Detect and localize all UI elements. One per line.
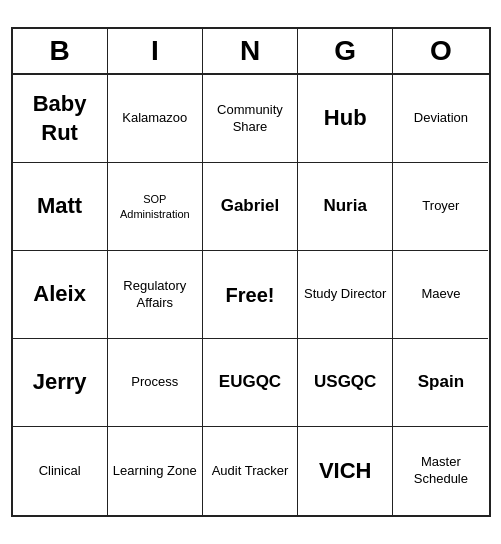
bingo-cell-19: Spain — [393, 339, 488, 427]
bingo-cell-23: VICH — [298, 427, 393, 515]
cell-text-14: Maeve — [421, 286, 460, 303]
bingo-cell-10: Aleix — [13, 251, 108, 339]
bingo-cell-9: Troyer — [393, 163, 488, 251]
cell-text-5: Matt — [37, 192, 82, 221]
bingo-cell-11: Regulatory Affairs — [108, 251, 203, 339]
cell-text-3: Hub — [324, 104, 367, 133]
cell-text-1: Kalamazoo — [122, 110, 187, 127]
bingo-cell-5: Matt — [13, 163, 108, 251]
cell-text-6: SOP Administration — [112, 192, 198, 221]
header-letter-o: O — [393, 29, 488, 73]
bingo-header: BINGO — [13, 29, 489, 75]
cell-text-15: Jerry — [33, 368, 87, 397]
cell-text-21: Learning Zone — [113, 463, 197, 480]
bingo-cell-13: Study Director — [298, 251, 393, 339]
bingo-cell-4: Deviation — [393, 75, 488, 163]
header-letter-b: B — [13, 29, 108, 73]
bingo-cell-16: Process — [108, 339, 203, 427]
cell-text-17: EUGQC — [219, 371, 281, 393]
bingo-cell-6: SOP Administration — [108, 163, 203, 251]
bingo-cell-24: Master Schedule — [393, 427, 488, 515]
bingo-cell-20: Clinical — [13, 427, 108, 515]
cell-text-13: Study Director — [304, 286, 386, 303]
cell-text-2: Community Share — [207, 102, 293, 136]
cell-text-19: Spain — [418, 371, 464, 393]
cell-text-18: USGQC — [314, 371, 376, 393]
bingo-cell-15: Jerry — [13, 339, 108, 427]
header-letter-n: N — [203, 29, 298, 73]
cell-text-20: Clinical — [39, 463, 81, 480]
cell-text-23: VICH — [319, 457, 372, 486]
bingo-cell-17: EUGQC — [203, 339, 298, 427]
cell-text-9: Troyer — [422, 198, 459, 215]
header-letter-g: G — [298, 29, 393, 73]
cell-text-0: Baby Rut — [17, 90, 103, 147]
cell-text-16: Process — [131, 374, 178, 391]
bingo-cell-22: Audit Tracker — [203, 427, 298, 515]
bingo-cell-21: Learning Zone — [108, 427, 203, 515]
bingo-cell-3: Hub — [298, 75, 393, 163]
bingo-cell-7: Gabriel — [203, 163, 298, 251]
cell-text-24: Master Schedule — [397, 454, 484, 488]
bingo-card: BINGO Baby RutKalamazooCommunity ShareHu… — [11, 27, 491, 517]
bingo-cell-1: Kalamazoo — [108, 75, 203, 163]
header-letter-i: I — [108, 29, 203, 73]
cell-text-8: Nuria — [323, 195, 366, 217]
cell-text-4: Deviation — [414, 110, 468, 127]
bingo-cell-0: Baby Rut — [13, 75, 108, 163]
bingo-cell-12: Free! — [203, 251, 298, 339]
cell-text-11: Regulatory Affairs — [112, 278, 198, 312]
bingo-cell-18: USGQC — [298, 339, 393, 427]
cell-text-12: Free! — [226, 282, 275, 308]
bingo-cell-14: Maeve — [393, 251, 488, 339]
bingo-cell-2: Community Share — [203, 75, 298, 163]
bingo-cell-8: Nuria — [298, 163, 393, 251]
cell-text-7: Gabriel — [221, 195, 280, 217]
cell-text-22: Audit Tracker — [212, 463, 289, 480]
cell-text-10: Aleix — [33, 280, 86, 309]
bingo-grid: Baby RutKalamazooCommunity ShareHubDevia… — [13, 75, 489, 515]
